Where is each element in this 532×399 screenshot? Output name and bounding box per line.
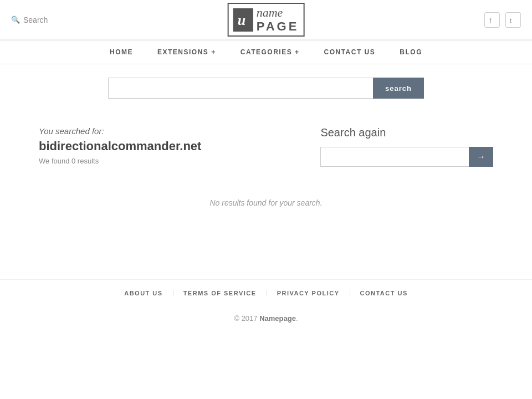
header-search[interactable]: 🔍 Search (11, 16, 48, 24)
twitter-icon[interactable]: t (505, 12, 521, 28)
footer-nav-contact[interactable]: CONTACT US (350, 290, 418, 296)
logo-box: u name PAGE (228, 3, 305, 36)
no-results-message: No results found for your search. (39, 176, 493, 229)
search-again: Search again → (320, 126, 493, 167)
search-again-title: Search again (320, 126, 493, 139)
footer-nav-about[interactable]: ABOUT US (114, 290, 173, 296)
header: 🔍 Search u name PAGE f t (0, 0, 532, 40)
footer-nav: ABOUT US TERMS OF SERVICE PRIVACY POLICY… (0, 279, 532, 306)
nav-item-categories[interactable]: CATEGORIES + (228, 40, 312, 64)
search-icon: 🔍 (11, 16, 20, 24)
you-searched-label: You searched for: (39, 126, 289, 136)
main-nav: HOME EXTENSIONS + CATEGORIES + CONTACT U… (0, 40, 532, 64)
search-again-input[interactable] (320, 147, 469, 167)
search-section: search (0, 64, 532, 110)
results-count: We found 0 results (39, 157, 289, 165)
nav-item-home[interactable]: HOME (98, 40, 145, 64)
nav-item-extensions[interactable]: EXTENSIONS + (145, 40, 228, 64)
nav-item-contact[interactable]: CONTACT US (312, 40, 388, 64)
footer-nav-privacy[interactable]: PRIVACY POLICY (267, 290, 350, 296)
footer: ABOUT US TERMS OF SERVICE PRIVACY POLICY… (0, 279, 532, 339)
svg-text:u: u (238, 12, 245, 28)
copyright-suffix: . (296, 314, 298, 323)
header-search-label: Search (23, 16, 48, 24)
search-term: bidirectionalcommander.net (39, 139, 289, 154)
search-again-form: → (320, 147, 493, 167)
search-results-left: You searched for: bidirectionalcommander… (39, 126, 289, 176)
header-social: f t (484, 12, 521, 28)
search-again-button[interactable]: → (469, 147, 493, 167)
svg-text:t: t (510, 17, 511, 24)
search-input[interactable] (108, 78, 373, 99)
copyright: © 2017 Namepage. (0, 306, 532, 339)
logo-name: name (257, 6, 299, 19)
logo-page: PAGE (257, 20, 299, 33)
copyright-text: © 2017 (234, 314, 259, 323)
logo-text: name PAGE (257, 6, 299, 33)
logo[interactable]: u name PAGE (228, 3, 305, 36)
nav-item-blog[interactable]: BLOG (387, 40, 434, 64)
facebook-icon[interactable]: f (484, 12, 500, 28)
svg-text:f: f (489, 16, 492, 24)
main-content: You searched for: bidirectionalcommander… (17, 110, 515, 246)
logo-icon: u (233, 8, 253, 32)
search-button[interactable]: search (373, 78, 424, 99)
footer-nav-terms[interactable]: TERMS OF SERVICE (173, 290, 267, 296)
search-bar: search (108, 78, 424, 99)
copyright-brand: Namepage (259, 314, 296, 323)
